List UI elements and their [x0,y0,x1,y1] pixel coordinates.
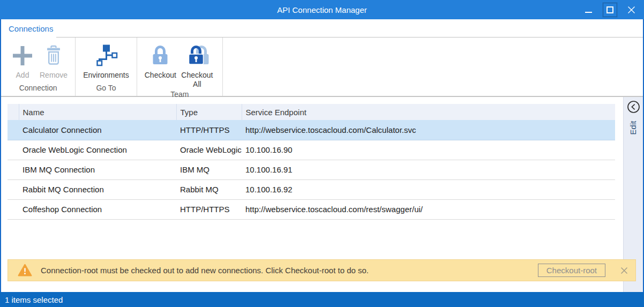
remove-button[interactable]: Remove [40,41,68,80]
connection-table-body: Calculator Connection HTTP/HTTPS http://… [8,120,615,219]
checkout-button[interactable]: Checkout [145,41,176,80]
minimize-button[interactable] [578,0,599,19]
remove-label: Remove [40,71,68,80]
add-label: Add [16,71,29,80]
row-endpoint-cell: 10.100.16.91 [242,160,615,179]
trash-icon [42,44,65,68]
row-selector-cell [8,160,19,179]
row-type-cell: HTTP/HTTPS [176,199,242,219]
lock-icon [148,44,172,68]
environments-label: Environments [83,71,129,80]
expand-panel-button[interactable] [627,100,640,116]
row-type-cell: Rabbit MQ [176,179,242,199]
environments-button[interactable]: Environments [83,41,129,80]
column-header-selector[interactable] [8,104,19,120]
window-title: API Connection Manager [277,5,367,14]
status-text: 1 items selected [5,295,63,304]
title-bar: API Connection Manager [0,0,644,19]
ribbon-tab-bar: Connections [1,19,643,38]
column-header-endpoint[interactable]: Service Endpoint [242,104,615,120]
table-row[interactable]: IBM MQ Connection IBM MQ 10.100.16.91 [8,160,615,179]
row-name-cell: Rabbit MQ Connection [19,179,176,199]
warning-icon [18,264,32,277]
row-endpoint-cell: 10.100.16.92 [242,179,615,199]
table-header-row: Name Type Service Endpoint [8,104,615,120]
checkout-label: Checkout [145,71,176,80]
row-name-cell: IBM MQ Connection [19,160,176,179]
row-endpoint-cell: 10.100.16.90 [242,140,615,160]
table-row[interactable]: Coffeshop Connection HTTP/HTTPS http://w… [8,199,615,219]
maximize-button[interactable] [599,0,620,19]
connection-table: Name Type Service Endpoint Calculator Co… [8,104,615,220]
maximize-icon [606,6,613,13]
edit-panel-label[interactable]: Edit [628,121,638,135]
row-endpoint-cell: http://webservice.toscacloud.com/rest/sw… [242,199,615,219]
row-selector-cell [8,140,19,160]
row-name-cell: Calculator Connection [19,120,176,140]
banner-close-button[interactable] [620,267,628,274]
table-row[interactable]: Calculator Connection HTTP/HTTPS http://… [8,120,615,140]
ribbon-group-team: Checkout Checkout All [137,38,223,96]
tab-connections[interactable]: Connections [1,19,56,38]
checkout-all-button[interactable]: Checkout All [179,41,215,89]
group-label-connection: Connection [1,83,75,96]
close-icon [627,6,635,14]
add-button[interactable]: Add [9,41,36,80]
warning-message: Connection-root must be checked out to a… [41,266,538,275]
checkout-root-button[interactable]: Checkout-root [538,264,605,277]
collapse-chevron-icon [627,100,640,114]
row-type-cell: Oracle WebLogic [176,140,242,160]
row-selector-cell [8,199,19,219]
status-bar: 1 items selected [0,292,644,307]
row-selector-cell [8,120,19,140]
close-icon [620,267,628,274]
table-row[interactable]: Rabbit MQ Connection Rabbit MQ 10.100.16… [8,179,615,199]
ribbon: Add Remove Connection [1,38,643,97]
warning-banner: Connection-root must be checked out to a… [8,259,636,281]
group-label-goto: Go To [76,83,137,96]
column-header-name[interactable]: Name [19,104,176,120]
environments-icon [94,44,118,68]
ribbon-group-connection: Add Remove Connection [1,38,76,96]
table-row[interactable]: Oracle WebLogic Connection Oracle WebLog… [8,140,615,160]
row-type-cell: HTTP/HTTPS [176,120,242,140]
main-content: Name Type Service Endpoint Calculator Co… [1,97,643,292]
plus-icon [11,44,34,68]
ribbon-group-goto: Environments Go To [76,38,137,96]
row-selector-cell [8,179,19,199]
lock-all-icon [185,44,209,68]
checkout-all-label: Checkout All [179,71,215,89]
app-window: API Connection Manager Connections [0,0,644,307]
row-name-cell: Coffeshop Connection [19,199,176,219]
row-type-cell: IBM MQ [176,160,242,179]
minimize-icon [585,12,592,13]
row-name-cell: Oracle WebLogic Connection [19,140,176,160]
row-endpoint-cell: http://webservice.toscacloud.com/Calcula… [242,120,615,140]
column-header-type[interactable]: Type [176,104,242,120]
close-button[interactable] [620,0,642,19]
window-controls [578,0,642,19]
focus-outline [603,3,617,17]
